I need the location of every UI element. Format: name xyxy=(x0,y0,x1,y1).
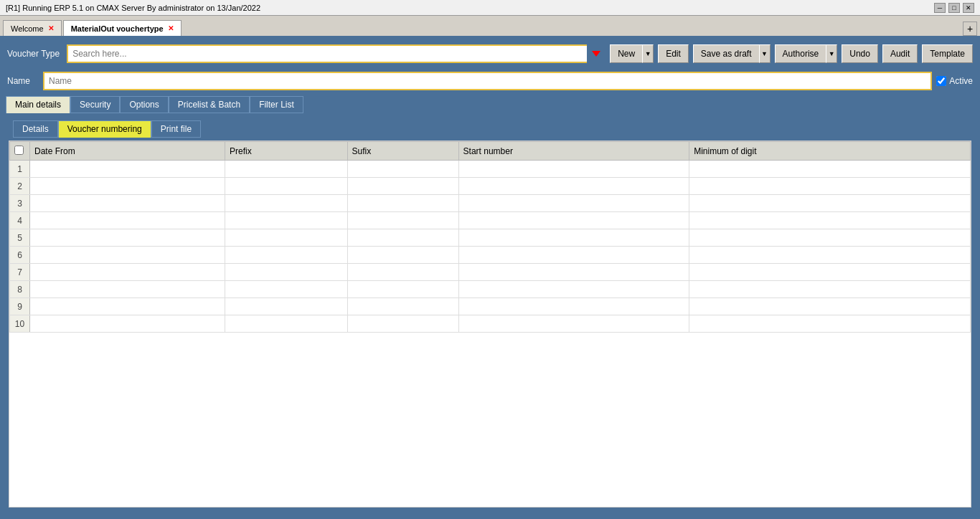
cell-start-number-10[interactable] xyxy=(458,315,689,333)
cell-min-digit-7[interactable] xyxy=(689,264,971,281)
tab-pricelist-batch[interactable]: Pricelist & Batch xyxy=(169,96,250,113)
cell-sufix-6[interactable] xyxy=(347,247,458,264)
cell-prefix-5[interactable] xyxy=(225,229,348,247)
tab-welcome-label: Welcome xyxy=(11,24,44,33)
cell-date-from-7[interactable] xyxy=(30,264,225,281)
cell-start-number-4[interactable] xyxy=(458,212,689,229)
undo-button[interactable]: Undo xyxy=(842,44,878,63)
cell-date-from-10[interactable] xyxy=(30,315,225,333)
cell-min-digit-3[interactable] xyxy=(689,195,971,212)
tab-main-details[interactable]: Main details xyxy=(6,96,70,113)
edit-button[interactable]: Edit xyxy=(658,44,689,63)
search-input[interactable] xyxy=(67,44,606,63)
table-row: 2 xyxy=(10,178,971,195)
cell-sufix-4[interactable] xyxy=(347,212,458,229)
cell-start-number-7[interactable] xyxy=(458,264,689,281)
cell-start-number-6[interactable] xyxy=(458,247,689,264)
cell-date-from-8[interactable] xyxy=(30,281,225,298)
cell-sufix-10[interactable] xyxy=(347,315,458,333)
table-row: 4 xyxy=(10,212,971,229)
new-button-group: New ▼ xyxy=(610,44,654,63)
table-row: 6 xyxy=(10,247,971,264)
cell-date-from-9[interactable] xyxy=(30,298,225,315)
name-input[interactable] xyxy=(43,72,932,90)
grid-table: Date From Prefix Sufix Start number xyxy=(9,141,971,333)
cell-min-digit-8[interactable] xyxy=(689,281,971,298)
template-button[interactable]: Template xyxy=(922,44,973,63)
authorise-arrow-button[interactable]: ▼ xyxy=(826,44,837,63)
cell-prefix-6[interactable] xyxy=(225,247,348,264)
cell-min-digit-5[interactable] xyxy=(689,229,971,247)
cell-sufix-2[interactable] xyxy=(347,178,458,195)
cell-prefix-2[interactable] xyxy=(225,178,348,195)
close-button[interactable]: ✕ xyxy=(963,3,974,13)
cell-prefix-4[interactable] xyxy=(225,212,348,229)
tab-add-button[interactable]: + xyxy=(963,22,977,36)
tab-options[interactable]: Options xyxy=(120,96,168,113)
tab-welcome[interactable]: Welcome ✕ xyxy=(3,20,62,36)
cell-start-number-1[interactable] xyxy=(458,161,689,178)
tab-security[interactable]: Security xyxy=(70,96,120,113)
cell-min-digit-2[interactable] xyxy=(689,178,971,195)
search-dropdown-arrow[interactable] xyxy=(587,44,606,63)
sub-tab-print-file[interactable]: Print file xyxy=(151,120,201,138)
sub-tabs: Details Voucher numbering Print file xyxy=(6,118,974,138)
voucher-type-label: Voucher Type xyxy=(7,49,60,59)
grid-header-checkbox-input[interactable] xyxy=(14,146,24,155)
grid-header-prefix: Prefix xyxy=(225,142,348,161)
maximize-button[interactable]: □ xyxy=(948,3,960,13)
row-num-8: 8 xyxy=(10,281,30,298)
cell-date-from-2[interactable] xyxy=(30,178,225,195)
main-tabs: Main details Security Options Pricelist … xyxy=(6,96,974,113)
minimize-button[interactable]: ─ xyxy=(934,3,946,13)
tab-materialout-close[interactable]: ✕ xyxy=(168,24,174,32)
cell-sufix-9[interactable] xyxy=(347,298,458,315)
cell-prefix-3[interactable] xyxy=(225,195,348,212)
cell-prefix-7[interactable] xyxy=(225,264,348,281)
cell-sufix-1[interactable] xyxy=(347,161,458,178)
cell-sufix-8[interactable] xyxy=(347,281,458,298)
cell-start-number-8[interactable] xyxy=(458,281,689,298)
cell-date-from-3[interactable] xyxy=(30,195,225,212)
cell-prefix-10[interactable] xyxy=(225,315,348,333)
cell-sufix-3[interactable] xyxy=(347,195,458,212)
audit-button[interactable]: Audit xyxy=(882,44,918,63)
cell-start-number-9[interactable] xyxy=(458,298,689,315)
save-as-draft-button[interactable]: Save as draft xyxy=(693,44,759,63)
cell-prefix-1[interactable] xyxy=(225,161,348,178)
cell-min-digit-9[interactable] xyxy=(689,298,971,315)
cell-min-digit-4[interactable] xyxy=(689,212,971,229)
active-checkbox[interactable] xyxy=(936,76,946,86)
tab-welcome-close[interactable]: ✕ xyxy=(48,24,54,32)
cell-date-from-1[interactable] xyxy=(30,161,225,178)
cell-date-from-4[interactable] xyxy=(30,212,225,229)
row-num-6: 6 xyxy=(10,247,30,264)
cell-date-from-6[interactable] xyxy=(30,247,225,264)
table-row: 9 xyxy=(10,298,971,315)
save-as-draft-arrow-button[interactable]: ▼ xyxy=(759,44,771,63)
cell-min-digit-1[interactable] xyxy=(689,161,971,178)
tab-materialout[interactable]: MaterialOut vouchertype ✕ xyxy=(63,20,182,36)
new-arrow-button[interactable]: ▼ xyxy=(642,44,654,63)
cell-start-number-2[interactable] xyxy=(458,178,689,195)
sub-tab-details[interactable]: Details xyxy=(13,120,58,138)
name-row: Name Active xyxy=(6,70,974,92)
cell-start-number-3[interactable] xyxy=(458,195,689,212)
cell-min-digit-10[interactable] xyxy=(689,315,971,333)
search-box-wrapper xyxy=(67,44,606,63)
cell-sufix-5[interactable] xyxy=(347,229,458,247)
cell-sufix-7[interactable] xyxy=(347,264,458,281)
grid-container: Date From Prefix Sufix Start number xyxy=(9,141,971,508)
tab-bar: Welcome ✕ MaterialOut vouchertype ✕ + xyxy=(0,16,980,36)
cell-prefix-8[interactable] xyxy=(225,281,348,298)
cell-min-digit-6[interactable] xyxy=(689,247,971,264)
table-row: 8 xyxy=(10,281,971,298)
tab-filter-list[interactable]: Filter List xyxy=(250,96,303,113)
cell-date-from-5[interactable] xyxy=(30,229,225,247)
sub-tab-voucher-numbering[interactable]: Voucher numbering xyxy=(58,120,151,138)
new-button[interactable]: New xyxy=(610,44,642,63)
authorise-button[interactable]: Authorise xyxy=(775,44,826,63)
cell-start-number-5[interactable] xyxy=(458,229,689,247)
cell-prefix-9[interactable] xyxy=(225,298,348,315)
active-label: Active xyxy=(949,76,973,86)
